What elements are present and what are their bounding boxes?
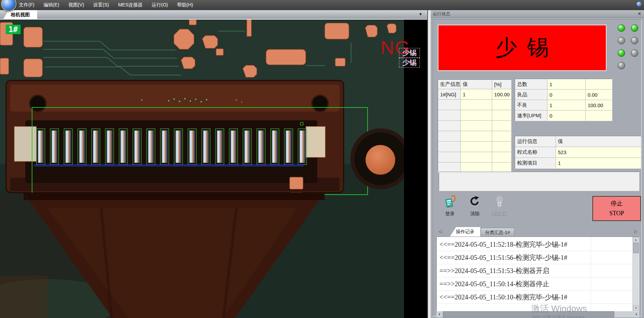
stat-percent: 100.00 — [586, 100, 612, 110]
run-status-panel: 运行状态 ✕ 少锡 生产信息 值 [%] 1#[NG] 1 100.00 — [430, 10, 644, 318]
table-cell: 523 — [556, 147, 641, 157]
col-header: 值 — [461, 80, 492, 89]
col-header: [%] — [492, 80, 511, 89]
led-light-button[interactable]: LED 灯 — [490, 194, 509, 217]
app-logo-icon — [1, 0, 17, 11]
id-badge-icon — [443, 194, 457, 209]
stop-label-en: STOP — [593, 209, 640, 218]
log-horizontal-scrollbar[interactable]: ‹ › — [436, 311, 639, 317]
stop-label-cn: 停止 — [593, 199, 640, 209]
scroll-down-icon[interactable]: ▼ — [633, 305, 639, 311]
bulb-icon — [493, 194, 506, 209]
scrollbar-thumb[interactable] — [443, 311, 614, 317]
scroll-up-icon[interactable]: ▲ — [633, 237, 639, 243]
log-entry: <<==2024-05-05_11:51:56-检测完毕-少锡-1# — [437, 251, 633, 264]
panel-splitter[interactable] — [427, 10, 431, 318]
station-badge: 1# — [6, 25, 21, 34]
table-cell: 检测项目 — [515, 158, 556, 168]
login-label: 登录 — [440, 211, 459, 217]
stat-value: 0 — [547, 111, 585, 121]
message-box — [439, 172, 639, 191]
indicator-led — [618, 24, 625, 32]
production-table: 生产信息 值 [%] 1#[NG] 1 100.00 — [438, 79, 511, 173]
log-entry: ==>>2024-05-05_11:50:14-检测器停止 — [437, 277, 633, 291]
indicator-led — [618, 62, 625, 69]
menubar-status-icon[interactable] — [637, 2, 642, 7]
col-header: 值 — [556, 136, 641, 147]
pcb-image — [0, 19, 404, 318]
app-window: 文件(F) 编辑(E) 视图(V) 设置(S) MES连接器 运行(O) 帮助(… — [0, 0, 644, 318]
clear-label: 清除 — [465, 211, 484, 217]
defect-tag-list: 少锡 少锡 — [399, 48, 420, 68]
tab-category-summary[interactable]: 分类汇总-1# — [481, 228, 514, 237]
stat-percent — [586, 111, 612, 121]
camera-tab-strip: 相机视图 ▼ — [0, 10, 427, 20]
menu-item-mes-connector[interactable]: MES连接器 — [118, 2, 142, 8]
camera-viewport: 1# NG 少锡 少锡 — [0, 19, 427, 318]
menu-item-settings[interactable]: 设置(S) — [93, 2, 109, 8]
tab-operation-log[interactable]: 操作记录 — [450, 227, 480, 237]
table-cell: 1#[NG] — [438, 89, 460, 99]
stat-percent — [586, 79, 612, 89]
indicator-led — [618, 49, 625, 57]
stat-value: 0 — [547, 90, 585, 100]
led-light-label: LED 灯 — [490, 211, 509, 217]
menu-item-run[interactable]: 运行(O) — [152, 2, 168, 8]
menu-item-view[interactable]: 视图(V) — [69, 2, 84, 8]
stat-label: 总数 — [515, 79, 547, 89]
login-button[interactable]: 登录 — [440, 194, 459, 217]
stat-label: 良品 — [515, 90, 547, 100]
log-entry: <<==2024-05-05_11:52:18-检测完毕-少锡-1# — [437, 238, 633, 251]
table-cell: 程式名称 — [515, 147, 556, 157]
log-entry: ==>>2024-05-05_11:51:53-检测器开启 — [437, 264, 633, 277]
refresh-icon — [468, 194, 482, 209]
col-header: 生产信息 — [438, 80, 460, 89]
stat-label: 速率[UPM] — [515, 111, 547, 121]
defect-banner: 少锡 — [438, 25, 607, 71]
stats-table: 总数 1 良品 0 0.00 不良 1 100.00 速率[UPM] 0 — [515, 79, 612, 121]
close-icon[interactable]: ✕ — [638, 10, 641, 18]
table-cell: 1 — [461, 89, 492, 99]
clear-button[interactable]: 清除 — [465, 194, 484, 217]
stat-label: 不良 — [515, 100, 547, 110]
scroll-right-icon[interactable]: › — [633, 311, 639, 317]
col-header: 运行信息 — [515, 136, 556, 147]
indicator-led — [618, 37, 625, 44]
log-tab-bar: ◁ 操作记录 分类汇总-1# ▷ — [436, 227, 639, 237]
defect-tag: 少锡 — [399, 58, 420, 68]
log-entry: <<==2024-05-05_11:50:10-检测完毕-少锡-1# — [437, 291, 633, 304]
chevron-down-icon[interactable]: ▼ — [419, 12, 423, 17]
menu-item-file[interactable]: 文件(F) — [19, 2, 34, 8]
tab-scroll-right-icon[interactable]: ▷ — [634, 229, 638, 234]
operation-log-list: <<==2024-05-05_11:52:18-检测完毕-少锡-1# <<==2… — [436, 237, 639, 311]
menu-item-edit[interactable]: 编辑(E) — [44, 2, 59, 8]
defect-tag: 少锡 — [399, 48, 420, 58]
indicator-led — [631, 37, 638, 44]
log-vertical-scrollbar[interactable]: ▲ ▼ — [633, 237, 639, 311]
panel-title: 运行状态 — [433, 11, 450, 16]
indicator-led — [631, 24, 638, 32]
menu-item-help[interactable]: 帮助(H) — [177, 2, 193, 8]
table-cell: 1 — [556, 158, 641, 168]
tab-scroll-left-icon[interactable]: ◁ — [438, 229, 442, 234]
stop-button[interactable]: 停止 STOP — [592, 196, 641, 221]
indicator-led — [631, 49, 638, 57]
scroll-left-icon[interactable]: ‹ — [436, 311, 442, 317]
main-menu: 文件(F) 编辑(E) 视图(V) 设置(S) MES连接器 运行(O) 帮助(… — [0, 2, 193, 8]
stat-value: 1 — [547, 79, 585, 89]
stat-percent: 0.00 — [586, 90, 612, 100]
menu-bar: 文件(F) 编辑(E) 视图(V) 设置(S) MES连接器 运行(O) 帮助(… — [0, 0, 644, 10]
table-cell: 100.00 — [492, 89, 511, 99]
panel-title-bar: 运行状态 ✕ — [430, 10, 644, 18]
run-info-table: 运行信息 值 程式名称 523 检测项目 1 — [515, 136, 642, 169]
scrollbar-thumb[interactable] — [633, 243, 639, 253]
stat-value: 1 — [547, 100, 585, 110]
